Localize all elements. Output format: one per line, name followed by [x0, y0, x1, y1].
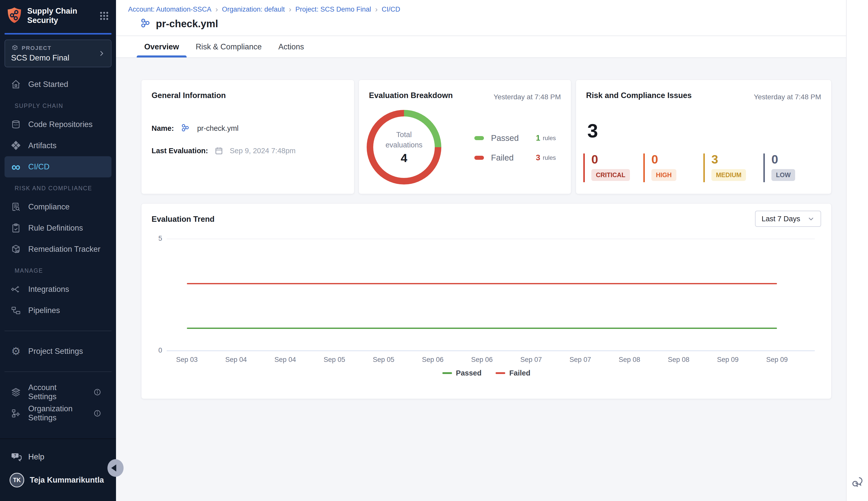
- cube-icon: [11, 44, 19, 52]
- severity-badge: CRITICAL: [592, 169, 630, 181]
- artifacts-icon: ❖: [10, 140, 22, 151]
- series-line-failed: [187, 283, 777, 284]
- sidebar-item-label: Rule Definitions: [28, 224, 83, 233]
- x-tick-label: Sep 05: [324, 356, 345, 364]
- x-tick-label: Sep 09: [717, 356, 739, 364]
- sidebar-item-label: Artifacts: [28, 141, 56, 150]
- help-label: Help: [28, 452, 44, 461]
- trend-legend-label: Failed: [509, 369, 530, 377]
- code-repo-icon: </>: [10, 119, 22, 130]
- sidebar-item-organization-settings[interactable]: Organization Settings: [4, 403, 112, 424]
- x-tick-label: Sep 07: [520, 356, 542, 364]
- svg-text:?: ?: [14, 454, 16, 457]
- page-title: pr-check.yml: [156, 18, 218, 30]
- sidebar-item-get-started[interactable]: Get Started: [4, 74, 112, 95]
- brand-name: Supply Chain Security: [27, 7, 77, 25]
- severity-count: 0: [771, 153, 823, 166]
- trend-legend-passed: Passed: [442, 369, 482, 377]
- sidebar-item-label: Remediation Tracker: [28, 245, 101, 254]
- severity-high: 0HIGH: [643, 153, 703, 182]
- sidebar-item-pipelines[interactable]: Pipelines: [4, 300, 112, 321]
- sidebar-item-code-repositories[interactable]: </>Code Repositories: [4, 114, 112, 135]
- breadcrumb-link-account-automation-ssca[interactable]: Account: Automation-SSCA: [128, 6, 211, 13]
- tab-overview[interactable]: Overview: [144, 36, 179, 57]
- nav-section-label-manage: MANAGE: [0, 260, 116, 279]
- x-tick-label: Sep 07: [569, 356, 591, 364]
- sidebar-item-remediation-tracker[interactable]: Remediation Tracker: [4, 239, 112, 260]
- info-icon[interactable]: [93, 388, 101, 396]
- sidebar-item-help[interactable]: ? Help: [0, 439, 116, 463]
- gear-icon: ⚙: [10, 345, 22, 357]
- x-axis-line: [167, 351, 815, 351]
- breakdown-legend-failed: Failed3rules: [474, 153, 556, 162]
- x-tick-label: Sep 09: [766, 356, 788, 364]
- donut-total-value: 4: [401, 151, 407, 165]
- breadcrumb-link-project-scs-demo-final[interactable]: Project: SCS Demo Final: [295, 6, 371, 13]
- legend-count: 1: [536, 134, 540, 143]
- passed-swatch-icon: [474, 136, 484, 140]
- sidebar-item-project-settings[interactable]: ⚙Project Settings: [4, 341, 112, 362]
- x-tick-label: Sep 06: [422, 356, 443, 364]
- cicd-icon: ∞: [10, 161, 22, 173]
- sidebar-item-label: CI/CD: [28, 162, 50, 171]
- failed-line-swatch-icon: [495, 372, 505, 374]
- project-selector[interactable]: PROJECT SCS Demo Final: [4, 40, 112, 67]
- sidebar-item-ci-cd[interactable]: ∞CI/CD: [4, 156, 112, 178]
- card-title: General Information: [151, 91, 344, 100]
- brand-accent-divider: [4, 33, 112, 34]
- sidebar-item-integrations[interactable]: Integrations: [4, 279, 112, 300]
- breadcrumb-link-organization-default[interactable]: Organization: default: [222, 6, 285, 13]
- legend-label: Passed: [491, 133, 536, 143]
- help-chat-icon: ?: [11, 451, 22, 463]
- breadcrumb-link-ci-cd[interactable]: CI/CD: [381, 6, 400, 13]
- breakdown-legend-passed: Passed1rules: [474, 133, 556, 143]
- severity-count: 3: [711, 153, 763, 166]
- chat-support-icon[interactable]: [851, 476, 864, 488]
- last-evaluation-value: Sep 9, 2024 7:48pm: [230, 147, 295, 155]
- sidebar-footer: ? Help TK Teja Kummarikuntla: [0, 438, 116, 501]
- passed-line-swatch-icon: [442, 372, 452, 374]
- pipeline-icon: [180, 123, 191, 133]
- card-risk-compliance-issues: Risk and Compliance Issues Yesterday at …: [576, 79, 832, 194]
- sidebar-item-label: Get Started: [28, 80, 68, 89]
- page-header: Account: Automation-SSCA›Organization: d…: [116, 0, 846, 58]
- severity-row: 0CRITICAL0HIGH3MEDIUM0LOW: [583, 153, 823, 182]
- app-switcher-icon[interactable]: [99, 11, 109, 21]
- severity-badge: MEDIUM: [711, 169, 746, 181]
- chevron-left-icon: [111, 465, 116, 471]
- name-label: Name:: [151, 124, 174, 132]
- project-selector-name: SCS Demo Final: [11, 53, 69, 63]
- severity-low: 0LOW: [763, 153, 823, 182]
- home-icon: [10, 79, 22, 90]
- main-area: Account: Automation-SSCA›Organization: d…: [116, 0, 846, 501]
- sidebar-collapse-handle[interactable]: [107, 459, 124, 477]
- avatar: TK: [10, 473, 24, 487]
- brand-header: Supply Chain Security: [0, 0, 116, 31]
- y-tick-label: 0: [149, 347, 162, 354]
- x-tick-label: Sep 06: [471, 356, 493, 364]
- legend-count: 3: [536, 153, 540, 162]
- app-root: Supply Chain Security: [0, 0, 868, 501]
- card-timestamp: Yesterday at 7:48 PM: [493, 93, 561, 101]
- sidebar-item-rule-definitions[interactable]: Rule Definitions: [4, 217, 112, 239]
- compliance-icon: [10, 201, 22, 213]
- card-evaluation-breakdown: Evaluation Breakdown Yesterday at 7:48 P…: [359, 79, 571, 194]
- sidebar-item-compliance[interactable]: Compliance: [4, 196, 112, 217]
- name-value: pr-check.yml: [197, 124, 239, 132]
- user-menu[interactable]: TK Teja Kummarikuntla: [0, 463, 116, 487]
- legend-unit: rules: [543, 135, 556, 142]
- card-evaluation-trend: Evaluation Trend Last 7 Days 05 Sep 03Se…: [141, 203, 832, 399]
- failed-swatch-icon: [474, 156, 484, 160]
- trend-range-select[interactable]: Last 7 Days: [755, 211, 821, 227]
- donut-center-label: Total evaluations: [386, 129, 423, 150]
- gridline-top: [167, 239, 815, 239]
- pipelines-icon: [10, 305, 22, 316]
- info-icon[interactable]: [93, 409, 101, 417]
- sidebar-item-label: Code Repositories: [28, 120, 93, 129]
- sidebar-item-artifacts[interactable]: ❖Artifacts: [4, 135, 112, 156]
- severity-count: 0: [651, 153, 703, 166]
- content: General Information Name: pr-check.yml L…: [116, 58, 846, 501]
- tab-actions[interactable]: Actions: [279, 36, 304, 57]
- sidebar-item-account-settings[interactable]: Account Settings: [4, 382, 112, 403]
- tab-risk-compliance[interactable]: Risk & Compliance: [196, 36, 262, 57]
